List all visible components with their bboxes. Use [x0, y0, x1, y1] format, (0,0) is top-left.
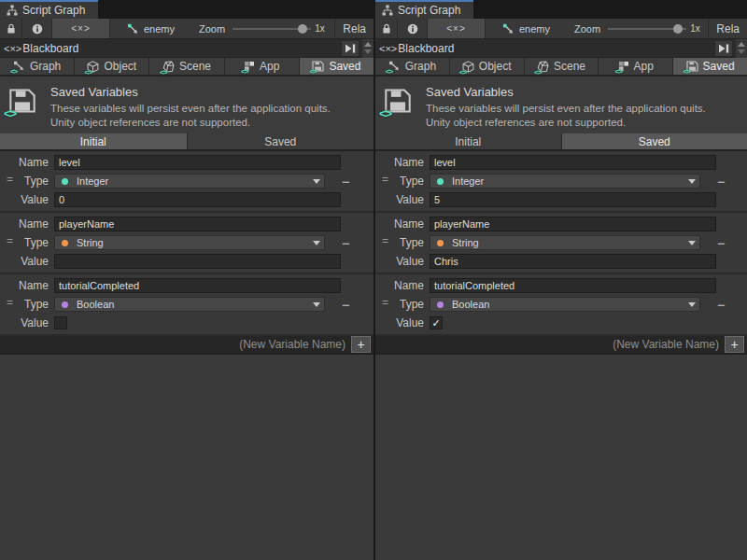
scroll-down-icon[interactable]: [364, 49, 372, 54]
window-tab-script-graph[interactable]: Script Graph: [375, 0, 473, 19]
remove-variable-button[interactable]: −: [338, 236, 354, 250]
lock-button[interactable]: [375, 19, 398, 38]
code-badge-icon: <>: [386, 67, 392, 76]
info-icon: [407, 23, 418, 35]
variable-name-input[interactable]: [430, 217, 716, 231]
variable-name-input[interactable]: [54, 217, 341, 231]
tab-graph[interactable]: <> Graph: [375, 58, 450, 75]
add-variable-button[interactable]: +: [351, 336, 371, 353]
variable-name-input[interactable]: [430, 278, 716, 293]
lock-icon: [7, 23, 16, 35]
drag-handle-icon[interactable]: =: [382, 234, 388, 247]
window-tab-strip: Script Graph: [375, 0, 747, 19]
tab-saved-values[interactable]: Saved: [562, 133, 747, 149]
graph-toolbar: <×> enemy Zoom 1x Rela: [0, 19, 374, 39]
remove-variable-button[interactable]: −: [338, 175, 354, 189]
variable-name-input[interactable]: [430, 155, 716, 170]
tab-saved-label: Saved: [329, 60, 360, 73]
value-label: Value: [0, 193, 54, 206]
chevron-down-icon: [688, 241, 696, 245]
variable-value-input[interactable]: [54, 254, 341, 269]
object-cube-icon: <>: [87, 61, 99, 73]
tab-saved[interactable]: <> Saved: [673, 58, 747, 75]
section-description-line2: Unity object references are not supporte…: [50, 116, 331, 130]
code-view-button[interactable]: <×>: [428, 19, 486, 38]
scroll-up-icon[interactable]: [738, 42, 745, 47]
zoom-slider[interactable]: [608, 28, 686, 30]
drag-handle-icon[interactable]: =: [7, 234, 13, 247]
add-variable-button[interactable]: +: [725, 336, 744, 353]
tab-saved-values[interactable]: Saved: [188, 133, 374, 149]
lock-button[interactable]: [0, 19, 22, 38]
editor-workspace: Script Graph: [0, 0, 747, 560]
drag-handle-icon[interactable]: =: [382, 296, 388, 309]
relations-button[interactable]: Rela: [334, 19, 374, 38]
remove-variable-button[interactable]: −: [338, 298, 354, 312]
variable-scope-tabs: <> Graph <> Object <>: [0, 58, 374, 77]
type-dropdown[interactable]: Boolean: [54, 297, 325, 312]
panel-scrollbar[interactable]: [361, 39, 374, 58]
code-badge-icon: <>: [534, 68, 541, 77]
new-variable-input[interactable]: [383, 337, 725, 352]
remove-variable-button[interactable]: −: [713, 298, 729, 312]
scroll-down-icon[interactable]: [738, 49, 745, 54]
graph-reference[interactable]: enemy: [502, 23, 550, 35]
graph-reference[interactable]: enemy: [127, 23, 175, 35]
window-tab-script-graph[interactable]: Script Graph: [0, 0, 98, 19]
code-view-button[interactable]: <×>: [52, 19, 110, 38]
type-row: = Type Boolean −: [0, 295, 374, 314]
tab-saved[interactable]: <> Saved: [300, 58, 374, 75]
tab-initial[interactable]: Initial: [0, 133, 188, 149]
remove-variable-button[interactable]: −: [713, 175, 729, 189]
graph-tab-icon: <>: [13, 61, 25, 72]
tab-app[interactable]: <> App: [599, 58, 673, 75]
chevron-down-icon: [313, 302, 320, 307]
name-label: Name: [375, 156, 430, 169]
type-row: = Type Boolean −: [375, 295, 747, 314]
type-dropdown[interactable]: Integer: [430, 174, 700, 189]
tab-object[interactable]: <> Object: [75, 58, 149, 75]
tab-app[interactable]: <> App: [225, 58, 300, 75]
info-button[interactable]: [22, 19, 52, 38]
tab-scene[interactable]: <> Scene: [525, 58, 599, 75]
script-graph-panel: Script Graph: [374, 0, 747, 560]
relations-label: Rela: [343, 22, 366, 35]
initial-saved-tabs: Initial Saved: [0, 133, 374, 151]
variable-value-checkbox[interactable]: ✓: [430, 316, 443, 329]
variable-value-input[interactable]: [430, 254, 716, 269]
variable-name-input[interactable]: [54, 278, 341, 293]
name-label: Name: [0, 156, 54, 169]
drag-handle-icon[interactable]: =: [382, 173, 388, 186]
zoom-slider-knob[interactable]: [298, 24, 307, 34]
tab-initial-label: Initial: [455, 135, 481, 148]
dock-button[interactable]: [715, 41, 732, 56]
new-variable-input[interactable]: [7, 337, 351, 352]
tab-scene[interactable]: <> Scene: [149, 58, 224, 75]
remove-variable-button[interactable]: −: [713, 236, 729, 250]
scroll-up-icon[interactable]: [364, 42, 372, 47]
zoom-slider[interactable]: [233, 28, 311, 30]
zoom-label: Zoom: [199, 23, 225, 35]
type-dropdown[interactable]: String: [54, 235, 325, 250]
type-dropdown[interactable]: Integer: [54, 174, 325, 189]
type-dropdown-value: String: [77, 237, 104, 248]
tab-object[interactable]: <> Object: [450, 58, 525, 75]
type-dropdown[interactable]: Boolean: [430, 297, 700, 312]
drag-handle-icon[interactable]: =: [7, 296, 13, 309]
variable-value-checkbox[interactable]: [54, 316, 67, 329]
variable-value-input[interactable]: [430, 192, 716, 207]
variable-name-input[interactable]: [54, 155, 341, 170]
drag-handle-icon[interactable]: =: [7, 173, 13, 186]
tab-graph[interactable]: <> Graph: [0, 58, 75, 75]
info-button[interactable]: [398, 19, 428, 38]
zoom-slider-knob[interactable]: [673, 24, 683, 34]
dock-button[interactable]: [342, 41, 359, 56]
relations-button[interactable]: Rela: [708, 19, 747, 38]
panel-scrollbar[interactable]: [735, 39, 747, 58]
variable-value-input[interactable]: [54, 192, 341, 207]
dock-icon: [345, 44, 356, 53]
variable-row-level: Name = Type Integer − Value: [375, 151, 747, 213]
tab-initial[interactable]: Initial: [375, 133, 562, 149]
tab-graph-label: Graph: [30, 60, 61, 73]
type-dropdown[interactable]: String: [430, 235, 700, 250]
